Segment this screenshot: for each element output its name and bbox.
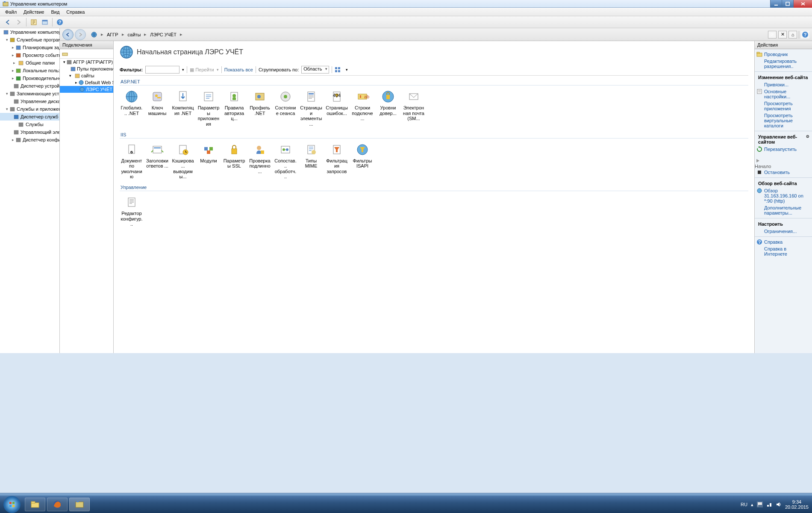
tree-node[interactable]: Диспетчер устройств: [0, 82, 59, 90]
feature-item[interactable]: Электронная почта (SM...: [402, 88, 426, 129]
collapse-icon[interactable]: ⊙: [806, 134, 809, 144]
tray-lang[interactable]: RU: [741, 502, 747, 507]
menu-file[interactable]: Файл: [2, 9, 20, 15]
feature-item[interactable]: Сопостав... обработч...: [274, 141, 297, 182]
feature-item[interactable]: Параметры SSL: [222, 141, 246, 182]
nav-forward-button[interactable]: [14, 17, 24, 27]
view-button[interactable]: [40, 17, 50, 27]
svg-rect-48: [232, 97, 236, 100]
task-firefox[interactable]: [47, 498, 68, 511]
connection-node[interactable]: ЛЭРС УЧЁТ: [60, 86, 113, 93]
feature-item[interactable]: Документ по умолчанию: [120, 141, 144, 182]
action-advanced[interactable]: Дополнительные параметры...: [755, 204, 812, 216]
stop-nav-button[interactable]: ✕: [778, 31, 787, 38]
action-view-vdirs[interactable]: Просмотреть виртуальные каталоги: [755, 112, 812, 129]
menu-view[interactable]: Вид: [47, 9, 63, 15]
feature-item[interactable]: Кэширова... выводимы...: [171, 141, 195, 182]
help-button[interactable]: ?: [55, 17, 65, 27]
connect-icon[interactable]: [62, 50, 68, 57]
task-mmc[interactable]: [69, 498, 90, 511]
tree-node[interactable]: ▸Локальные пользоват: [0, 67, 59, 74]
view-mode-button[interactable]: [335, 66, 343, 73]
bc-item[interactable]: ЛЭРС УЧЁТ: [150, 32, 177, 37]
bc-item[interactable]: АГГР: [107, 32, 118, 37]
menu-help[interactable]: Справка: [63, 9, 88, 15]
action-limits[interactable]: Ограничения...: [755, 228, 812, 235]
iis-back-button[interactable]: [62, 29, 74, 40]
svg-rect-20: [14, 115, 18, 119]
maximize-button[interactable]: [782, 0, 793, 8]
feature-item[interactable]: Проверка подлинно...: [248, 141, 272, 182]
home-nav-button[interactable]: ⌂: [788, 31, 797, 38]
tree-node[interactable]: ▸Диспетчер конфигура: [0, 136, 59, 144]
tree-node[interactable]: Службы: [0, 121, 59, 128]
tray-volume-icon[interactable]: [776, 501, 782, 507]
start-button[interactable]: [3, 496, 21, 513]
feature-item[interactable]: Заголовки ответов ...: [145, 141, 169, 182]
tree-node[interactable]: ▸Планировщик задани: [0, 44, 59, 51]
tree-node[interactable]: ▾Служебные программы: [0, 36, 59, 44]
feature-item[interactable]: Фильтрация запросов: [325, 141, 349, 182]
tree-node[interactable]: Управляющий элемен: [0, 128, 59, 136]
feature-item[interactable]: Глобализ... .NET: [120, 88, 144, 129]
tree-node[interactable]: ▸Просмотр событий: [0, 51, 59, 59]
task-explorer[interactable]: [25, 498, 45, 511]
feature-item[interactable]: abСтроки подключе...: [350, 88, 374, 129]
refresh-badge[interactable]: ⟳: [768, 31, 777, 38]
feature-item[interactable]: Компиляция .NET: [171, 88, 195, 129]
filter-input[interactable]: [145, 66, 179, 74]
feature-item[interactable]: Фильтры ISAPI: [350, 141, 374, 182]
tree-node[interactable]: ▾Службы и приложения: [0, 105, 59, 113]
svg-rect-3: [786, 2, 789, 6]
action-edit-perms[interactable]: Редактировать разрешения..: [755, 58, 812, 70]
connection-node[interactable]: ▾АГГР (АГГР\АГГР): [60, 59, 113, 65]
feature-item[interactable]: Страницы и элементы...: [299, 88, 323, 129]
tree-node[interactable]: Управление компьютером (л: [0, 28, 59, 36]
tray-clock[interactable]: 9:34 20.02.2015: [785, 499, 809, 510]
tree-node[interactable]: ▾Запоминающие устройст: [0, 90, 59, 97]
feature-item[interactable]: Редактор конфигур...: [120, 194, 144, 229]
action-browse-url[interactable]: Обзор 31.163.196.160 on *:90 (http): [755, 187, 812, 204]
tray-flag-icon[interactable]: [757, 501, 763, 507]
connections-header: Подключения: [60, 41, 113, 49]
tree-node[interactable]: ▸Общие папки: [0, 59, 59, 67]
feature-item[interactable]: Модули: [197, 141, 221, 182]
bc-item[interactable]: сайты: [128, 32, 141, 37]
feature-item[interactable]: Уровни довер...: [376, 88, 400, 129]
minimize-button[interactable]: [770, 0, 782, 8]
feature-item[interactable]: 404Страницы ошибок...: [325, 88, 349, 129]
tree-node[interactable]: ▸Производительность: [0, 74, 59, 82]
iis-forward-button[interactable]: [75, 29, 86, 40]
tree-node[interactable]: Диспетчер служб IIS: [0, 113, 59, 121]
svg-rect-23: [16, 138, 21, 142]
action-view-apps[interactable]: Просмотреть приложения: [755, 100, 812, 112]
groupby-dropdown[interactable]: Область: [301, 66, 329, 74]
action-bindings[interactable]: Привязки...: [755, 81, 812, 88]
go-button[interactable]: ▦ Перейти: [190, 67, 214, 73]
feature-item[interactable]: Ключ машины: [145, 88, 169, 129]
feature-item[interactable]: Состояние сеанса: [274, 88, 297, 129]
action-stop[interactable]: Остановить: [755, 169, 812, 176]
svg-point-42: [155, 94, 158, 97]
action-online-help[interactable]: Справка в Интернете: [755, 245, 812, 257]
feature-item[interactable]: Параметры приложения: [197, 88, 221, 129]
close-button[interactable]: [793, 0, 812, 8]
feature-item[interactable]: Профиль .NET: [248, 88, 272, 129]
tray-network-icon[interactable]: [766, 501, 772, 507]
tray-up-icon[interactable]: ▴: [751, 502, 753, 507]
feature-item[interactable]: Типы MIME: [299, 141, 323, 182]
tree-node[interactable]: Управление дисками: [0, 97, 59, 105]
connection-node[interactable]: Пулы приложени: [60, 65, 113, 72]
action-explorer[interactable]: Проводник: [755, 51, 812, 58]
properties-button[interactable]: [29, 17, 39, 27]
connection-node[interactable]: ▸Default Web Sit: [60, 79, 113, 86]
showall-link[interactable]: Показать все: [224, 67, 253, 72]
feature-item[interactable]: Правила авторизац...: [222, 88, 246, 129]
action-restart[interactable]: Перезапустить: [755, 146, 812, 153]
menu-action[interactable]: Действие: [20, 9, 47, 15]
nav-back-button[interactable]: [3, 17, 13, 27]
action-basic-settings[interactable]: Основные настройки...: [755, 88, 812, 100]
action-help[interactable]: ?Справка: [755, 239, 812, 245]
connection-node[interactable]: ▾сайты: [60, 72, 113, 79]
iis-help-button[interactable]: ?: [801, 31, 809, 38]
